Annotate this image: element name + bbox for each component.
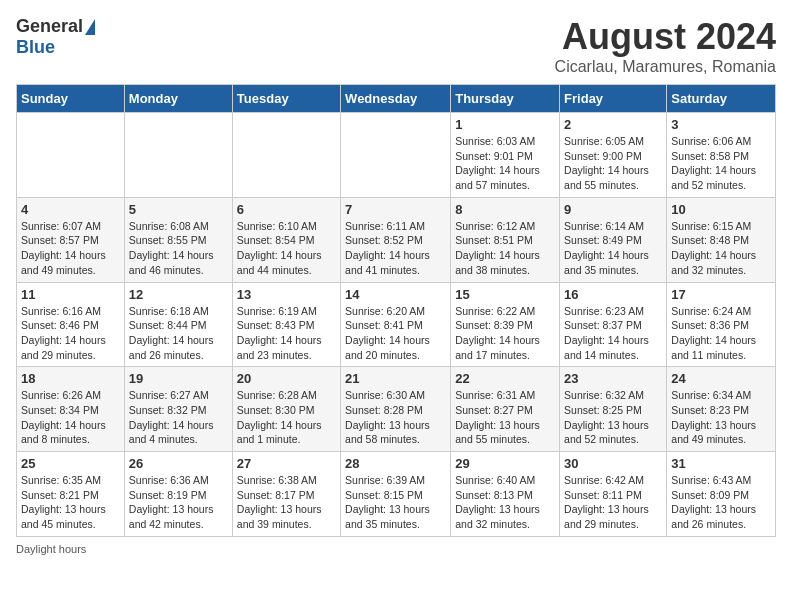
cell-content: Sunrise: 6:19 AM Sunset: 8:43 PM Dayligh… [237, 304, 336, 363]
cell-content: Sunrise: 6:23 AM Sunset: 8:37 PM Dayligh… [564, 304, 662, 363]
calendar-cell-0 [17, 113, 125, 198]
calendar-cell-9: 6Sunrise: 6:10 AM Sunset: 8:54 PM Daylig… [232, 197, 340, 282]
cell-content: Sunrise: 6:03 AM Sunset: 9:01 PM Dayligh… [455, 134, 555, 193]
day-number: 26 [129, 456, 228, 471]
day-number: 23 [564, 371, 662, 386]
calendar-cell-8: 5Sunrise: 6:08 AM Sunset: 8:55 PM Daylig… [124, 197, 232, 282]
cell-content: Sunrise: 6:43 AM Sunset: 8:09 PM Dayligh… [671, 473, 771, 532]
calendar-cell-32: 29Sunrise: 6:40 AM Sunset: 8:13 PM Dayli… [451, 452, 560, 537]
day-number: 9 [564, 202, 662, 217]
calendar-cell-2 [232, 113, 340, 198]
day-number: 29 [455, 456, 555, 471]
day-number: 11 [21, 287, 120, 302]
calendar-header-saturday: Saturday [667, 85, 776, 113]
calendar-cell-14: 11Sunrise: 6:16 AM Sunset: 8:46 PM Dayli… [17, 282, 125, 367]
logo-blue: Blue [16, 37, 55, 58]
calendar-cell-11: 8Sunrise: 6:12 AM Sunset: 8:51 PM Daylig… [451, 197, 560, 282]
cell-content: Sunrise: 6:31 AM Sunset: 8:27 PM Dayligh… [455, 388, 555, 447]
cell-content: Sunrise: 6:07 AM Sunset: 8:57 PM Dayligh… [21, 219, 120, 278]
logo-icon [85, 19, 95, 35]
cell-content: Sunrise: 6:36 AM Sunset: 8:19 PM Dayligh… [129, 473, 228, 532]
day-number: 16 [564, 287, 662, 302]
day-number: 12 [129, 287, 228, 302]
day-number: 8 [455, 202, 555, 217]
cell-content: Sunrise: 6:14 AM Sunset: 8:49 PM Dayligh… [564, 219, 662, 278]
calendar-week-4: 25Sunrise: 6:35 AM Sunset: 8:21 PM Dayli… [17, 452, 776, 537]
day-number: 4 [21, 202, 120, 217]
day-number: 17 [671, 287, 771, 302]
day-number: 27 [237, 456, 336, 471]
calendar-header-friday: Friday [560, 85, 667, 113]
calendar-cell-19: 16Sunrise: 6:23 AM Sunset: 8:37 PM Dayli… [560, 282, 667, 367]
logo: General Blue [16, 16, 95, 58]
calendar-cell-24: 21Sunrise: 6:30 AM Sunset: 8:28 PM Dayli… [341, 367, 451, 452]
calendar-cell-3 [341, 113, 451, 198]
calendar-header-monday: Monday [124, 85, 232, 113]
calendar-cell-5: 2Sunrise: 6:05 AM Sunset: 9:00 PM Daylig… [560, 113, 667, 198]
day-number: 28 [345, 456, 446, 471]
calendar-cell-12: 9Sunrise: 6:14 AM Sunset: 8:49 PM Daylig… [560, 197, 667, 282]
day-number: 31 [671, 456, 771, 471]
day-number: 30 [564, 456, 662, 471]
calendar-cell-26: 23Sunrise: 6:32 AM Sunset: 8:25 PM Dayli… [560, 367, 667, 452]
calendar-cell-33: 30Sunrise: 6:42 AM Sunset: 8:11 PM Dayli… [560, 452, 667, 537]
calendar-week-3: 18Sunrise: 6:26 AM Sunset: 8:34 PM Dayli… [17, 367, 776, 452]
calendar-cell-18: 15Sunrise: 6:22 AM Sunset: 8:39 PM Dayli… [451, 282, 560, 367]
day-number: 7 [345, 202, 446, 217]
calendar-cell-7: 4Sunrise: 6:07 AM Sunset: 8:57 PM Daylig… [17, 197, 125, 282]
calendar-cell-15: 12Sunrise: 6:18 AM Sunset: 8:44 PM Dayli… [124, 282, 232, 367]
cell-content: Sunrise: 6:42 AM Sunset: 8:11 PM Dayligh… [564, 473, 662, 532]
cell-content: Sunrise: 6:16 AM Sunset: 8:46 PM Dayligh… [21, 304, 120, 363]
day-number: 13 [237, 287, 336, 302]
cell-content: Sunrise: 6:18 AM Sunset: 8:44 PM Dayligh… [129, 304, 228, 363]
day-number: 10 [671, 202, 771, 217]
cell-content: Sunrise: 6:30 AM Sunset: 8:28 PM Dayligh… [345, 388, 446, 447]
cell-content: Sunrise: 6:15 AM Sunset: 8:48 PM Dayligh… [671, 219, 771, 278]
calendar-cell-6: 3Sunrise: 6:06 AM Sunset: 8:58 PM Daylig… [667, 113, 776, 198]
cell-content: Sunrise: 6:11 AM Sunset: 8:52 PM Dayligh… [345, 219, 446, 278]
day-number: 18 [21, 371, 120, 386]
calendar-cell-31: 28Sunrise: 6:39 AM Sunset: 8:15 PM Dayli… [341, 452, 451, 537]
day-number: 2 [564, 117, 662, 132]
day-number: 24 [671, 371, 771, 386]
day-number: 22 [455, 371, 555, 386]
day-number: 20 [237, 371, 336, 386]
day-number: 3 [671, 117, 771, 132]
cell-content: Sunrise: 6:08 AM Sunset: 8:55 PM Dayligh… [129, 219, 228, 278]
calendar-cell-23: 20Sunrise: 6:28 AM Sunset: 8:30 PM Dayli… [232, 367, 340, 452]
cell-content: Sunrise: 6:27 AM Sunset: 8:32 PM Dayligh… [129, 388, 228, 447]
calendar-week-2: 11Sunrise: 6:16 AM Sunset: 8:46 PM Dayli… [17, 282, 776, 367]
cell-content: Sunrise: 6:22 AM Sunset: 8:39 PM Dayligh… [455, 304, 555, 363]
cell-content: Sunrise: 6:32 AM Sunset: 8:25 PM Dayligh… [564, 388, 662, 447]
day-number: 5 [129, 202, 228, 217]
day-number: 6 [237, 202, 336, 217]
cell-content: Sunrise: 6:24 AM Sunset: 8:36 PM Dayligh… [671, 304, 771, 363]
footer-note: Daylight hours [16, 543, 776, 555]
cell-content: Sunrise: 6:35 AM Sunset: 8:21 PM Dayligh… [21, 473, 120, 532]
calendar-header-sunday: Sunday [17, 85, 125, 113]
calendar-header-row: SundayMondayTuesdayWednesdayThursdayFrid… [17, 85, 776, 113]
calendar-week-1: 4Sunrise: 6:07 AM Sunset: 8:57 PM Daylig… [17, 197, 776, 282]
title-section: August 2024 Cicarlau, Maramures, Romania [555, 16, 776, 76]
calendar-cell-28: 25Sunrise: 6:35 AM Sunset: 8:21 PM Dayli… [17, 452, 125, 537]
calendar-table: SundayMondayTuesdayWednesdayThursdayFrid… [16, 84, 776, 537]
calendar-header-tuesday: Tuesday [232, 85, 340, 113]
cell-content: Sunrise: 6:06 AM Sunset: 8:58 PM Dayligh… [671, 134, 771, 193]
logo-general: General [16, 16, 83, 37]
day-number: 14 [345, 287, 446, 302]
cell-content: Sunrise: 6:39 AM Sunset: 8:15 PM Dayligh… [345, 473, 446, 532]
calendar-cell-22: 19Sunrise: 6:27 AM Sunset: 8:32 PM Dayli… [124, 367, 232, 452]
calendar-cell-16: 13Sunrise: 6:19 AM Sunset: 8:43 PM Dayli… [232, 282, 340, 367]
calendar-cell-4: 1Sunrise: 6:03 AM Sunset: 9:01 PM Daylig… [451, 113, 560, 198]
page-header: General Blue August 2024 Cicarlau, Maram… [16, 16, 776, 76]
day-number: 19 [129, 371, 228, 386]
cell-content: Sunrise: 6:26 AM Sunset: 8:34 PM Dayligh… [21, 388, 120, 447]
calendar-cell-30: 27Sunrise: 6:38 AM Sunset: 8:17 PM Dayli… [232, 452, 340, 537]
calendar-cell-27: 24Sunrise: 6:34 AM Sunset: 8:23 PM Dayli… [667, 367, 776, 452]
cell-content: Sunrise: 6:38 AM Sunset: 8:17 PM Dayligh… [237, 473, 336, 532]
calendar-cell-17: 14Sunrise: 6:20 AM Sunset: 8:41 PM Dayli… [341, 282, 451, 367]
cell-content: Sunrise: 6:34 AM Sunset: 8:23 PM Dayligh… [671, 388, 771, 447]
calendar-cell-10: 7Sunrise: 6:11 AM Sunset: 8:52 PM Daylig… [341, 197, 451, 282]
calendar-cell-1 [124, 113, 232, 198]
calendar-cell-20: 17Sunrise: 6:24 AM Sunset: 8:36 PM Dayli… [667, 282, 776, 367]
